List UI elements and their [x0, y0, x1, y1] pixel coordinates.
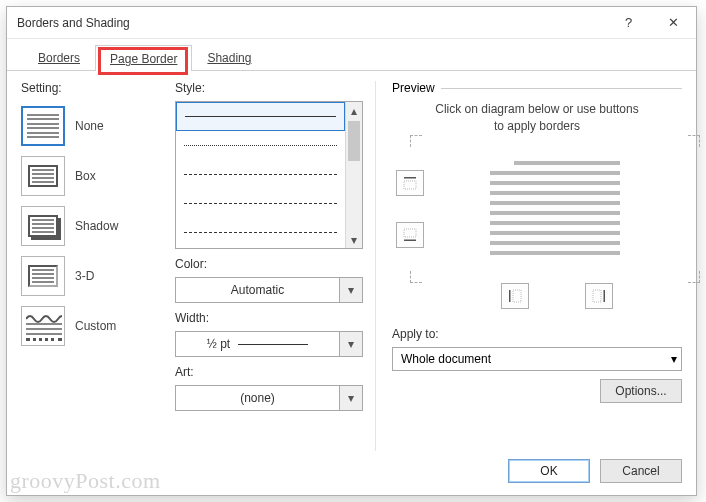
- width-combo[interactable]: ½ pt: [175, 331, 339, 357]
- tabstrip: Borders Page Border Shading: [7, 39, 696, 71]
- width-preview-line: [238, 344, 308, 345]
- setting-label: Setting:: [21, 81, 163, 95]
- border-bottom-button[interactable]: [396, 222, 424, 248]
- setting-3d-label: 3-D: [75, 269, 94, 283]
- art-value: (none): [182, 391, 333, 405]
- style-listbox[interactable]: ▴ ▾: [175, 101, 363, 249]
- art-combo[interactable]: (none): [175, 385, 339, 411]
- setting-3d-icon: [21, 256, 65, 296]
- window-controls: ? ✕: [606, 7, 696, 38]
- setting-shadow-label: Shadow: [75, 219, 118, 233]
- setting-custom[interactable]: Custom: [21, 301, 163, 351]
- preview-vertical-buttons: [392, 170, 428, 248]
- dialog-content: Setting: None Box Shadow: [7, 71, 696, 451]
- scroll-up-icon[interactable]: ▴: [346, 102, 362, 119]
- options-button[interactable]: Options...: [600, 379, 682, 403]
- svg-rect-6: [604, 290, 606, 302]
- preview-hint: Click on diagram below or use buttons to…: [392, 101, 682, 135]
- scroll-thumb[interactable]: [348, 121, 360, 161]
- svg-rect-2: [404, 239, 416, 241]
- apply-to-combo[interactable]: Whole document ▾: [392, 347, 682, 371]
- apply-to-value: Whole document: [401, 352, 491, 366]
- preview-label: Preview: [392, 81, 435, 95]
- border-top-button[interactable]: [396, 170, 424, 196]
- preview-panel: Preview Click on diagram below or use bu…: [375, 81, 682, 451]
- style-solid[interactable]: [176, 102, 345, 131]
- dialog-title: Borders and Shading: [17, 16, 130, 30]
- cancel-button[interactable]: Cancel: [600, 459, 682, 483]
- borders-shading-dialog: Borders and Shading ? ✕ Borders Page Bor…: [6, 6, 697, 496]
- color-value: Automatic: [182, 283, 333, 297]
- watermark: groovyPost.com: [10, 468, 161, 494]
- help-button[interactable]: ?: [606, 7, 651, 38]
- setting-box-icon: [21, 156, 65, 196]
- style-label: Style:: [175, 81, 363, 95]
- scroll-track[interactable]: [346, 163, 362, 231]
- dialog-footer: OK Cancel: [508, 459, 682, 483]
- setting-custom-label: Custom: [75, 319, 116, 333]
- apply-to-row: Apply to: Whole document ▾: [392, 327, 682, 371]
- border-left-button[interactable]: [501, 283, 529, 309]
- apply-to-label: Apply to:: [392, 327, 682, 341]
- style-dotted[interactable]: [176, 131, 345, 160]
- ok-button[interactable]: OK: [508, 459, 590, 483]
- width-label: Width:: [175, 311, 363, 325]
- preview-horizontal-buttons: [432, 283, 682, 309]
- svg-rect-3: [404, 229, 416, 237]
- setting-none[interactable]: None: [21, 101, 163, 151]
- color-dropdown-icon[interactable]: ▾: [339, 277, 363, 303]
- preview-divider: [441, 88, 682, 89]
- setting-box[interactable]: Box: [21, 151, 163, 201]
- art-dropdown-icon[interactable]: ▾: [339, 385, 363, 411]
- setting-custom-icon: [21, 306, 65, 346]
- style-dash[interactable]: [176, 189, 345, 218]
- style-list: [176, 102, 345, 248]
- setting-shadow-icon: [21, 206, 65, 246]
- tab-page-border[interactable]: Page Border: [95, 45, 192, 71]
- style-scrollbar[interactable]: ▴ ▾: [345, 102, 362, 248]
- svg-rect-4: [509, 290, 511, 302]
- setting-none-icon: [21, 106, 65, 146]
- width-value: ½ pt: [182, 337, 333, 351]
- style-panel: Style: ▴ ▾ Color:: [175, 81, 363, 451]
- tab-borders[interactable]: Borders: [23, 44, 95, 70]
- preview-area: [392, 145, 682, 273]
- tab-shading[interactable]: Shading: [192, 44, 266, 70]
- preview-diagram[interactable]: [428, 145, 682, 273]
- color-combo[interactable]: Automatic: [175, 277, 339, 303]
- art-label: Art:: [175, 365, 363, 379]
- border-right-button[interactable]: [585, 283, 613, 309]
- titlebar: Borders and Shading ? ✕: [7, 7, 696, 39]
- svg-rect-0: [404, 177, 416, 179]
- setting-panel: Setting: None Box Shadow: [21, 81, 163, 451]
- setting-box-label: Box: [75, 169, 96, 183]
- color-label: Color:: [175, 257, 363, 271]
- svg-rect-7: [593, 290, 601, 302]
- style-dash-fine[interactable]: [176, 160, 345, 189]
- setting-shadow[interactable]: Shadow: [21, 201, 163, 251]
- scroll-down-icon[interactable]: ▾: [346, 231, 362, 248]
- setting-none-label: None: [75, 119, 104, 133]
- setting-3d[interactable]: 3-D: [21, 251, 163, 301]
- svg-rect-5: [513, 290, 521, 302]
- chevron-down-icon: ▾: [671, 352, 677, 366]
- width-dropdown-icon[interactable]: ▾: [339, 331, 363, 357]
- svg-rect-1: [404, 181, 416, 189]
- close-button[interactable]: ✕: [651, 7, 696, 38]
- style-dash-dot[interactable]: [176, 218, 345, 247]
